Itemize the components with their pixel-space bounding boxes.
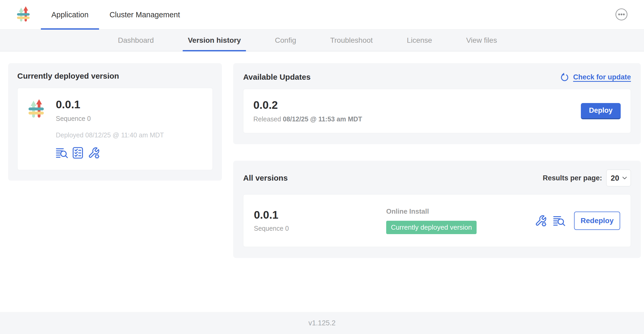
row-install-type: Online Install: [386, 207, 535, 216]
row-version-info: 0.0.1 Sequence 0: [254, 209, 386, 232]
all-versions-panel: All versions Results per page: 20: [233, 161, 641, 258]
results-per-page-label: Results per page:: [543, 174, 602, 182]
row-actions: Redeploy: [535, 212, 620, 230]
check-for-update-label: Check for update: [573, 73, 631, 81]
currently-deployed-badge: Currently deployed version: [386, 221, 477, 234]
check-for-update-link[interactable]: Check for update: [560, 72, 631, 82]
row-sequence: Sequence 0: [254, 225, 386, 232]
update-details: 0.0.2 Released 08/12/25 @ 11:53 am MDT: [253, 99, 362, 123]
currently-deployed-title: Currently deployed version: [17, 72, 213, 80]
version-row: 0.0.1 Sequence 0 Online Install Currentl…: [243, 194, 631, 247]
available-updates-title: Available Updates: [243, 73, 310, 82]
released-timestamp: 08/12/25 @ 11:53 am MDT: [283, 115, 362, 123]
console-version: v1.125.2: [308, 319, 336, 327]
tab-cluster-management[interactable]: Cluster Management: [99, 0, 190, 29]
available-updates-panel: Available Updates Check for update 0.0.2: [233, 63, 641, 144]
released-label: Released: [253, 115, 281, 123]
tab-application[interactable]: Application: [41, 0, 99, 29]
redeploy-button[interactable]: Redeploy: [574, 212, 620, 230]
footer: v1.125.2: [0, 312, 644, 334]
view-logs-icon[interactable]: [56, 147, 68, 158]
right-column: Available Updates Check for update 0.0.2: [233, 63, 641, 258]
update-card: 0.0.2 Released 08/12/25 @ 11:53 am MDT D…: [243, 89, 631, 133]
chevron-down-icon: [622, 176, 627, 180]
tab-view-files[interactable]: View files: [461, 30, 502, 51]
top-navbar: Application Cluster Management: [0, 0, 644, 30]
results-per-page-select[interactable]: 20: [606, 170, 631, 186]
currently-deployed-panel: Currently deployed version 0.0.1 Sequenc…: [8, 63, 222, 181]
deployed-version-number: 0.0.1: [56, 99, 203, 111]
tab-version-history-label: Version history: [188, 36, 241, 45]
tab-application-label: Application: [51, 10, 89, 19]
deploy-button[interactable]: Deploy: [581, 103, 621, 119]
app-logo-icon: [16, 6, 31, 23]
all-versions-title: All versions: [243, 174, 288, 182]
tab-cluster-management-label: Cluster Management: [110, 10, 180, 19]
available-updates-header: Available Updates Check for update: [243, 72, 631, 82]
tab-dashboard-label: Dashboard: [118, 36, 154, 45]
app-logo-icon: [27, 99, 45, 120]
refresh-icon: [560, 72, 570, 82]
update-released-line: Released 08/12/25 @ 11:53 am MDT: [253, 115, 362, 123]
deployed-timestamp: Deployed 08/12/25 @ 11:40 am MDT: [56, 131, 203, 139]
tab-troubleshoot[interactable]: Troubleshoot: [325, 30, 378, 51]
deployed-version-card: 0.0.1 Sequence 0 Deployed 08/12/25 @ 11:…: [17, 88, 213, 170]
tab-config-label: Config: [275, 36, 296, 45]
all-versions-header: All versions Results per page: 20: [243, 170, 631, 186]
top-tabs: Application Cluster Management: [41, 0, 190, 29]
row-version-number: 0.0.1: [254, 209, 386, 221]
tab-license-label: License: [407, 36, 432, 45]
update-version-number: 0.0.2: [253, 99, 362, 111]
app-logo-icon: [16, 6, 31, 23]
tab-view-files-label: View files: [466, 36, 497, 45]
row-status-info: Online Install Currently deployed versio…: [386, 207, 535, 234]
results-per-page-value: 20: [611, 174, 619, 182]
results-per-page: Results per page: 20: [543, 170, 631, 186]
tab-config[interactable]: Config: [270, 30, 301, 51]
tab-license[interactable]: License: [402, 30, 438, 51]
tab-troubleshoot-label: Troubleshoot: [330, 36, 373, 45]
deployed-version-details: 0.0.1 Sequence 0 Deployed 08/12/25 @ 11:…: [56, 99, 203, 159]
tab-dashboard[interactable]: Dashboard: [113, 30, 159, 51]
deployed-sequence: Sequence 0: [56, 115, 203, 122]
ellipsis-menu-icon[interactable]: [615, 8, 628, 21]
edit-config-icon[interactable]: [88, 147, 100, 159]
tab-version-history[interactable]: Version history: [183, 30, 246, 51]
view-logs-icon[interactable]: [553, 215, 565, 226]
preflight-checks-icon[interactable]: [72, 147, 83, 159]
app-subnav: Dashboard Version history Config Trouble…: [0, 30, 644, 51]
deployed-version-actions: [56, 147, 203, 159]
edit-config-icon[interactable]: [535, 215, 547, 227]
main-content: Currently deployed version 0.0.1 Sequenc…: [0, 51, 644, 312]
